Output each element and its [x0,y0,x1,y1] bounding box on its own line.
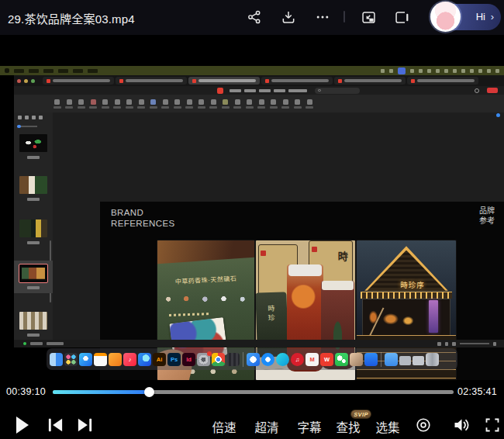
more-button[interactable] [313,8,332,26]
menubar-status-icon[interactable] [461,69,465,73]
view-mode-icon[interactable] [437,342,441,346]
slider-handle[interactable] [17,125,21,129]
toolbar-icon[interactable] [245,99,254,109]
dock-app-minimized-window-1[interactable] [399,356,411,365]
menu-item[interactable] [274,89,285,92]
dock-app-illustrator[interactable]: Ai [153,353,166,366]
toolbar-icon[interactable] [293,99,302,109]
dock-app-music[interactable]: ♪ [123,353,136,366]
assistant-button[interactable]: Hi › [431,4,501,30]
dock-app-keynote[interactable] [364,353,378,366]
slide-thumbnail-row[interactable] [14,176,53,201]
toolbar-icon[interactable] [113,99,122,109]
dock-app-browser-blue[interactable] [138,353,151,366]
menubar-status-icon[interactable] [478,69,482,73]
slide-thumbnail[interactable] [19,264,47,282]
toolbar-icon[interactable] [269,99,278,109]
zoom-slider[interactable] [460,343,489,344]
toolbar-icon[interactable] [281,99,290,109]
picture-in-picture-button[interactable] [359,8,378,26]
dock-app-indesign[interactable]: Id [182,353,195,366]
fullscreen-button[interactable] [483,417,502,434]
panel-view-icons[interactable] [18,116,43,119]
slide-thumbnail-row[interactable] [14,261,53,293]
toolbar-icon[interactable] [65,99,74,109]
dock-app-avatar[interactable] [350,353,363,366]
toolbar-icon[interactable] [137,99,146,109]
view-mode-icon[interactable] [452,342,456,346]
menu-item[interactable] [244,89,256,92]
dock-app-folder[interactable] [385,353,398,366]
download-button[interactable] [279,8,298,26]
miniplayer-button[interactable] [392,8,411,26]
speed-button[interactable]: 倍速 [210,418,238,435]
dock-app-safari[interactable] [79,353,92,366]
volume-button[interactable] [451,416,471,434]
wps-document-tab[interactable] [407,77,478,85]
share-button[interactable] [245,8,264,26]
previous-button[interactable] [45,417,65,434]
wps-document-tab[interactable] [116,77,187,85]
episodes-button[interactable]: 选集 [374,418,402,435]
menubar-menu-item[interactable] [43,69,54,73]
dock-app-chrome[interactable] [212,353,225,366]
progress-bar[interactable] [53,390,454,394]
next-button[interactable] [74,417,95,434]
dock-app-photos-dark[interactable] [226,353,240,366]
menubar-status-icon[interactable] [444,69,448,73]
toolbar-icon[interactable] [306,99,314,109]
toolbar-icon[interactable] [53,99,61,109]
dock-app-finder[interactable] [50,353,63,366]
toolbar-icon[interactable] [209,99,218,109]
toolbar-icon[interactable] [77,99,85,109]
menubar-status-icon[interactable] [419,69,423,73]
view-icon[interactable] [39,116,43,119]
view-icon[interactable] [32,116,36,119]
dock-app-netease-music[interactable]: ♫ [291,353,304,366]
menubar-status-icon[interactable] [427,69,431,73]
menubar-menu-item[interactable] [14,69,24,73]
dock-app-quark[interactable] [276,353,289,366]
toolbar-icon[interactable] [149,99,157,109]
info-icon[interactable] [475,88,479,93]
toolbar-icon[interactable] [125,99,133,109]
slide-thumbnail[interactable] [19,134,47,152]
view-icon[interactable] [18,116,22,119]
slide-thumbnail-row[interactable] [14,312,53,337]
toolbar-icon[interactable] [89,99,98,109]
toolbar-icon[interactable] [101,99,109,109]
toolbar-icon[interactable] [221,99,230,109]
wps-document-tab[interactable] [261,77,333,85]
toolbar-icon[interactable] [161,99,170,109]
menubar-status-icon[interactable] [410,69,414,73]
dock-app-wechat[interactable] [335,353,348,366]
menubar-status-icon[interactable] [470,69,474,73]
view-icon[interactable] [25,116,29,119]
wps-document-tab[interactable] [188,77,260,85]
dock-app-orange-app[interactable] [109,353,122,366]
menu-item[interactable] [230,89,241,92]
dock-app-trash[interactable] [426,353,439,366]
quality-button[interactable]: 超清 [253,418,281,435]
dock-app-meeting[interactable] [247,353,260,366]
find-button[interactable]: 查找 [334,418,362,435]
slide-thumbnail-row[interactable] [14,220,53,244]
menubar-status-icon[interactable] [453,69,457,73]
dock-app-gmail[interactable]: M [306,353,319,366]
dock-app-minimized-window-2[interactable] [413,356,424,365]
dock-app-wps[interactable]: W [320,353,333,366]
dock-app-docs-blue[interactable] [261,353,274,366]
progress-handle[interactable] [144,387,154,397]
toolbar-icon[interactable] [185,99,194,109]
dock-app-launchpad[interactable] [64,353,78,366]
panel-zoom-slider[interactable] [17,126,37,127]
menu-item[interactable] [259,89,271,92]
menubar-status-icon[interactable] [487,69,491,73]
toolbar-icon[interactable] [257,99,266,109]
menubar-menu-item[interactable] [29,69,39,73]
screencast-button[interactable] [414,416,433,434]
apple-menu-icon[interactable] [5,68,9,73]
menubar-menu-item[interactable] [73,69,83,73]
dock-app-photoshop[interactable]: Ps [167,353,181,366]
slide-thumbnail[interactable] [19,220,47,237]
